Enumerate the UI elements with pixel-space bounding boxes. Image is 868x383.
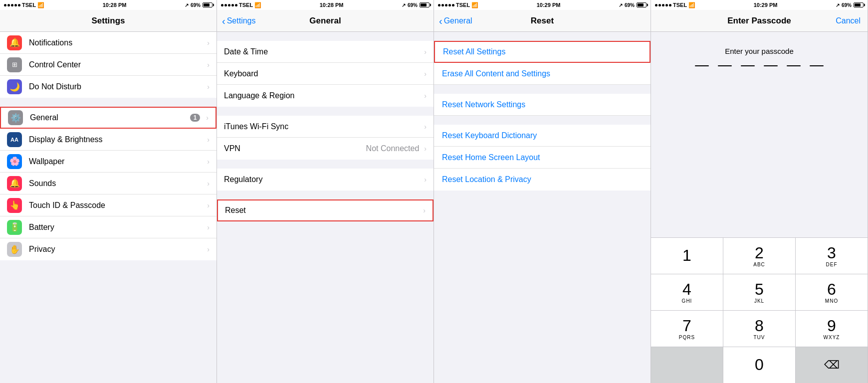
notifications-icon: 🔔 xyxy=(7,35,22,50)
signal-dot xyxy=(438,4,440,6)
settings-item-notifications[interactable]: 🔔 Notifications › xyxy=(0,32,217,54)
do-not-disturb-label: Do Not Disturb xyxy=(29,82,205,91)
reset-item-all-settings[interactable]: Reset All Settings xyxy=(434,41,651,63)
settings-item-touch-id[interactable]: 👆 Touch ID & Passcode › xyxy=(0,194,217,216)
reset-item-keyboard[interactable]: Reset Keyboard Dictionary xyxy=(434,125,651,147)
signal-dot xyxy=(448,4,451,6)
separator xyxy=(434,85,651,94)
signal-dot xyxy=(228,4,230,6)
reset-all-settings-label: Reset All Settings xyxy=(443,47,642,56)
key-5[interactable]: 5 JKL xyxy=(723,274,796,310)
nav-back-settings[interactable]: ‹ Settings xyxy=(222,16,255,26)
reset-list: Reset All Settings Erase All Content and… xyxy=(434,32,651,383)
settings-item-do-not-disturb[interactable]: 🌙 Do Not Disturb › xyxy=(0,76,217,98)
battery-icon-2 xyxy=(420,2,430,7)
wallpaper-label: Wallpaper xyxy=(29,157,205,166)
general-item-reset[interactable]: Reset › xyxy=(217,199,434,221)
nav-bar-2: ‹ Settings General xyxy=(217,10,434,32)
chevron-icon: › xyxy=(424,176,427,184)
nav-back-general[interactable]: ‹ General xyxy=(439,16,472,26)
settings-item-display-brightness[interactable]: AA Display & Brightness › xyxy=(0,129,217,151)
general-item-keyboard[interactable]: Keyboard › xyxy=(217,63,434,85)
signal-dots-4 xyxy=(655,4,671,6)
carrier-name: TSEL xyxy=(22,2,36,8)
status-time-3: 10:29 PM xyxy=(537,2,561,8)
key-1[interactable]: 1 xyxy=(651,238,723,274)
status-right: ↗ 69% xyxy=(185,2,213,8)
carrier-name-2: TSEL xyxy=(239,2,253,8)
reset-item-location[interactable]: Reset Location & Privacy xyxy=(434,169,651,191)
reset-item-home-screen[interactable]: Reset Home Screen Layout xyxy=(434,147,651,169)
battery-icon-4 xyxy=(854,2,864,7)
nav-back-label-2: General xyxy=(444,16,472,25)
separator xyxy=(217,32,434,41)
settings-item-sounds[interactable]: 🔔 Sounds › xyxy=(0,173,217,194)
chevron-icon: › xyxy=(207,245,210,253)
control-center-label: Control Center xyxy=(29,60,205,69)
signal-dot xyxy=(452,4,454,6)
separator xyxy=(434,32,651,41)
key-2[interactable]: 2 ABC xyxy=(723,238,796,274)
chevron-icon: › xyxy=(207,61,210,69)
reset-location-label: Reset Location & Privacy xyxy=(442,175,643,184)
sounds-icon: 🔔 xyxy=(7,176,22,191)
status-bar-1: TSEL 📶 10:28 PM ↗ 69% xyxy=(0,0,217,10)
dot-3 xyxy=(741,65,755,66)
key-9[interactable]: 9 WXYZ xyxy=(796,311,868,347)
privacy-label: Privacy xyxy=(29,245,205,254)
status-right-4: ↗ 69% xyxy=(836,2,864,8)
general-item-itunes[interactable]: iTunes Wi-Fi Sync › xyxy=(217,116,434,138)
settings-item-battery[interactable]: 🔋 Battery › xyxy=(0,216,217,238)
chevron-icon: › xyxy=(207,223,210,231)
signal-dot xyxy=(445,4,447,6)
general-badge: 1 xyxy=(190,114,201,122)
status-bar-3: TSEL 📶 10:29 PM ↗ 69% xyxy=(434,0,651,10)
wifi-icon-2: 📶 xyxy=(254,2,261,8)
general-panel: TSEL 📶 10:28 PM ↗ 69% ‹ Settings General… xyxy=(217,0,434,383)
nav-cancel-button[interactable]: Cancel xyxy=(836,16,861,25)
separator xyxy=(217,107,434,116)
general-section-1: iTunes Wi-Fi Sync › VPN Not Connected › xyxy=(217,116,434,160)
touch-id-label: Touch ID & Passcode xyxy=(29,201,205,210)
reset-item-erase-all[interactable]: Erase All Content and Settings xyxy=(434,63,651,85)
key-delete[interactable]: ⌫ xyxy=(796,347,868,383)
status-left-2: TSEL 📶 xyxy=(221,2,261,8)
battery-percent: 69% xyxy=(191,2,201,8)
back-chevron-icon-2: ‹ xyxy=(439,16,442,26)
passcode-dots xyxy=(695,65,824,66)
carrier-name-4: TSEL xyxy=(673,2,687,8)
settings-item-privacy[interactable]: ✋ Privacy › xyxy=(0,238,217,260)
settings-item-wallpaper[interactable]: 🌸 Wallpaper › xyxy=(0,151,217,173)
general-item-language[interactable]: Language & Region › xyxy=(217,85,434,107)
touch-id-icon: 👆 xyxy=(7,198,22,213)
general-item-date-time[interactable]: Date & Time › xyxy=(217,41,434,63)
key-6[interactable]: 6 MNO xyxy=(796,274,868,310)
battery-percent-3: 69% xyxy=(625,2,635,8)
notifications-label: Notifications xyxy=(29,38,205,47)
chevron-icon: › xyxy=(424,145,427,153)
signal-dots-1 xyxy=(4,4,20,6)
key-4[interactable]: 4 GHI xyxy=(651,274,723,310)
key-3[interactable]: 3 DEF xyxy=(796,238,868,274)
reset-item-network[interactable]: Reset Network Settings xyxy=(434,94,651,116)
general-item-vpn[interactable]: VPN Not Connected › xyxy=(217,138,434,160)
chevron-icon: › xyxy=(424,92,427,100)
vpn-value: Not Connected xyxy=(366,144,420,153)
dot-6 xyxy=(810,65,824,66)
chevron-icon: › xyxy=(424,70,427,78)
reset-panel: TSEL 📶 10:29 PM ↗ 69% ‹ General Reset Re… xyxy=(434,0,651,383)
do-not-disturb-icon: 🌙 xyxy=(7,79,22,94)
sounds-label: Sounds xyxy=(29,179,205,188)
key-7[interactable]: 7 PQRS xyxy=(651,311,723,347)
settings-item-control-center[interactable]: ⊞ Control Center › xyxy=(0,54,217,76)
status-bar-2: TSEL 📶 10:28 PM ↗ 69% xyxy=(217,0,434,10)
dot-1 xyxy=(695,65,709,66)
general-item-regulatory[interactable]: Regulatory › xyxy=(217,169,434,191)
reset-section-2: Reset Keyboard Dictionary Reset Home Scr… xyxy=(434,125,651,191)
key-0[interactable]: 0 xyxy=(723,347,796,383)
status-left-3: TSEL 📶 xyxy=(438,2,478,8)
signal-dot xyxy=(11,4,13,6)
key-8[interactable]: 8 TUV xyxy=(723,311,796,347)
chevron-icon: › xyxy=(206,114,209,122)
settings-item-general[interactable]: ⚙️ General 1 › xyxy=(0,107,217,129)
